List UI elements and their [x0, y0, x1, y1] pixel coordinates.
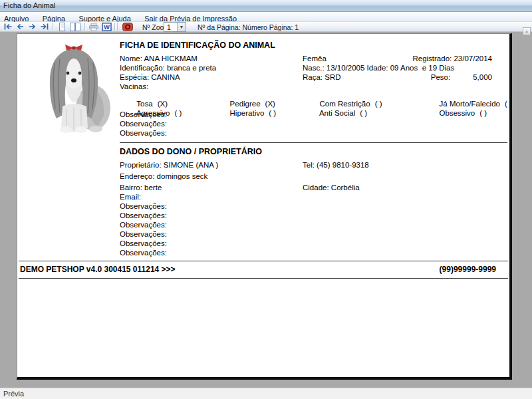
single-page-view-button[interactable]	[56, 22, 68, 31]
zoom-value: 1	[164, 23, 177, 31]
footer-divider-top	[19, 261, 508, 261]
animal-section-title: FICHA DE IDENTIFICAÇÃO DO ANIMAL	[120, 41, 275, 50]
field-vacinas: Vacinas:	[120, 82, 148, 90]
owner-section-title: DADOS DO DONO / PROPRIETÁRIO	[120, 147, 262, 156]
flag-hiperativo: Hiperativo( )	[213, 101, 276, 125]
print-button[interactable]	[88, 22, 100, 31]
app-window: Ficha do Animal Arquivo Página Suporte e…	[0, 0, 532, 399]
next-page-icon	[27, 23, 37, 31]
last-page-icon	[39, 23, 49, 31]
peso-value: 5,000	[473, 73, 492, 81]
field-email: Email:	[120, 193, 141, 201]
toolbar-separator	[117, 23, 118, 31]
exit-icon	[122, 23, 133, 31]
dog-image	[35, 43, 113, 136]
field-bairro: Bairro: berte	[120, 184, 162, 192]
exit-preview-button[interactable]	[122, 22, 134, 31]
print-icon	[88, 23, 99, 31]
owner-observacoes-line: Observações:	[120, 230, 167, 238]
field-identificacao: Identificação: branca e preta	[120, 64, 216, 72]
first-page-icon	[3, 23, 13, 31]
single-page-icon	[57, 23, 67, 31]
flag-obsessivo: Obsessivo( )	[422, 101, 487, 125]
field-registrado: Registrado: 23/07/2014	[412, 55, 492, 63]
owner-observacoes-line: Observações:	[120, 239, 167, 247]
first-page-button[interactable]	[2, 22, 14, 31]
field-nome: Nome: ANA HICKMAM	[120, 55, 198, 63]
chevron-down-icon[interactable]: ▼	[177, 23, 186, 31]
two-pages-view-button[interactable]	[68, 22, 82, 31]
status-text: Prévia	[3, 390, 24, 398]
window-titlebar[interactable]: Ficha do Animal	[0, 0, 532, 12]
two-pages-icon	[69, 23, 81, 31]
field-sexo: Femêa	[303, 55, 327, 63]
footer-app-version: DEMO PETSHOP v4.0 300415 011214 >>>	[20, 265, 176, 274]
prev-page-icon	[15, 23, 25, 31]
next-page-button[interactable]	[26, 22, 38, 31]
page-number-info: Nº da Página: Número Página: 1	[198, 23, 299, 31]
owner-observacoes-line: Observações:	[120, 211, 167, 219]
field-raca: Raça: SRD	[303, 73, 341, 81]
preview-area: FICHA DE IDENTIFICAÇÃO DO ANIMAL Nome: A…	[0, 32, 532, 388]
animal-observacoes-line: Observações:	[120, 129, 167, 137]
last-page-button[interactable]	[38, 22, 50, 31]
footer-divider-bottom	[19, 278, 508, 279]
status-bar: Prévia	[0, 388, 532, 399]
field-especie: Espécia: CANINA	[120, 73, 180, 81]
document-page: FICHA DE IDENTIFICAÇÃO DO ANIMAL Nome: A…	[17, 33, 512, 380]
animal-observacoes-line: Observações:	[120, 120, 167, 128]
zoom-select[interactable]: 1 ▼	[164, 22, 186, 32]
prev-page-button[interactable]	[14, 22, 26, 31]
toolbar: W Nº Zoom 1 ▼ Nº da Página: Número Págin…	[0, 22, 532, 32]
flag-anti-social: Anti Social( )	[303, 101, 367, 125]
toolbar-separator	[114, 23, 115, 31]
section-divider	[120, 142, 507, 143]
field-proprietario: Proprietário: SIMONE (ANA )	[120, 161, 218, 169]
field-endereco: Endereço: domingos seck	[120, 172, 207, 180]
animal-observacoes-line: Observações:	[120, 110, 167, 118]
toolbar-separator	[84, 23, 85, 31]
owner-observacoes-line: Observações:	[120, 249, 167, 257]
owner-observacoes-line: Observações:	[120, 221, 167, 229]
word-export-button[interactable]: W	[100, 22, 112, 31]
window-title: Ficha do Animal	[3, 1, 55, 9]
footer-phone: (99)99999-9999	[440, 265, 496, 274]
scrollbar-up-button[interactable]: ▲	[523, 27, 531, 35]
animal-photo	[35, 43, 113, 136]
word-export-icon: W	[102, 23, 112, 31]
peso-label: Peso:	[431, 73, 450, 81]
field-tel: Tel: (45) 9810-9318	[303, 161, 369, 169]
field-nascimento-idade: Nasc.: 13/10/2005 Idade: 09 Anos e 19 Di…	[303, 64, 454, 72]
field-cidade: Cidade: Corbélia	[303, 184, 360, 192]
menu-bar: Arquivo Página Suporte e Ajuda Sair da P…	[0, 12, 532, 22]
owner-observacoes-line: Observações:	[120, 202, 167, 210]
field-peso: Peso: 5,000	[431, 73, 492, 81]
svg-text:W: W	[104, 24, 110, 31]
toolbar-separator	[53, 23, 53, 31]
